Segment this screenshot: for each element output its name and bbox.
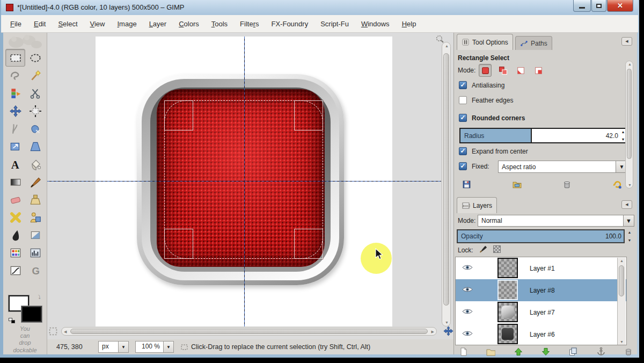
unit-dropdown[interactable]: px ▼ [98,341,129,353]
tool-transform[interactable] [5,137,25,155]
spin-down-icon[interactable]: ▼ [628,238,632,242]
menu-script-fu[interactable]: Script-Fu [320,20,349,28]
tool-eraser[interactable] [5,191,25,208]
opacity-spinner[interactable]: ▲▼ [626,229,633,243]
duplicate-layer-button[interactable] [568,347,578,358]
layer-row[interactable]: Layer #7 [456,301,626,323]
quick-mask-toggle-icon[interactable] [48,326,58,336]
tab-tool-options[interactable]: Tool Options [457,34,513,50]
horizontal-guide[interactable] [47,181,441,182]
tool-select-by-color[interactable] [5,84,25,102]
menu-view[interactable]: View [90,20,105,28]
zoom-follow-icon[interactable] [435,34,444,43]
tool-ellipse-select[interactable] [25,49,45,67]
radius-slider[interactable]: Radius 42.0 ▲▼ [459,128,628,143]
restore-preset-button[interactable] [512,179,522,191]
scroll-down-arrow[interactable]: ▼ [445,321,449,324]
mode-subtract-button[interactable] [514,64,527,77]
pan-navigation-icon[interactable] [443,326,453,338]
expand-from-center-checkbox[interactable]: ✓ [459,147,467,155]
tool-foreground-select[interactable] [25,120,45,137]
scroll-down-arrow[interactable]: ▼ [628,183,632,187]
minimize-button[interactable] [573,0,591,12]
anchor-layer-button[interactable] [596,347,606,358]
tool-ink[interactable] [5,226,25,244]
tool-blur-sharpen[interactable] [25,226,45,244]
tab-paths[interactable]: Paths [515,36,552,50]
feather-edges-checkbox[interactable] [459,96,467,104]
vertical-scroll-thumb[interactable] [443,53,449,306]
tool-clone[interactable] [25,191,45,208]
spin-down-icon[interactable]: ▼ [621,137,625,141]
maximize-button[interactable] [591,0,606,12]
canvas-viewport[interactable]: ▲ ▼ ◀ ▶ [47,33,453,339]
tab-layers[interactable]: Layers [457,197,497,213]
tool-fuzzy-select[interactable] [25,67,45,84]
new-group-button[interactable] [486,347,495,358]
layer-row[interactable]: Layer #8 [456,279,626,301]
title-bar[interactable]: *[Untitled]-4.0 (RGB color, 10 layers) 5… [1,0,638,15]
vertical-guide[interactable] [244,37,245,326]
reset-options-button[interactable] [612,179,623,191]
antialiasing-checkbox[interactable]: ✓ [459,81,467,89]
tool-gmic[interactable]: G [25,262,45,279]
tool-gradient[interactable] [5,173,25,191]
rounded-corners-checkbox[interactable]: ✓ [459,114,467,122]
tool-text[interactable]: A [5,155,25,173]
layer-mode-dropdown[interactable]: Normal [478,215,625,227]
swap-colors-icon[interactable]: ⤵ [38,294,41,300]
tool-paintbrush[interactable] [25,173,45,191]
menu-windows[interactable]: Windows [361,20,390,28]
opacity-slider[interactable]: Opacity 100.0 [457,229,625,243]
zoom-dropdown[interactable]: 100 % ▼ [135,341,174,353]
lower-layer-button[interactable] [541,347,551,358]
menu-layer[interactable]: Layer [149,20,167,28]
layer-thumbnail[interactable] [497,258,518,278]
raise-layer-button[interactable] [514,347,523,358]
layer-list-scroll-thumb[interactable] [619,265,624,296]
tool-bucket-fill[interactable] [25,155,45,173]
tool-rectangle-select[interactable] [5,49,25,67]
tool-alignment[interactable] [25,102,45,120]
selection-handle-bottom-left[interactable] [164,229,193,259]
new-layer-button[interactable] [458,347,468,358]
tool-heal[interactable] [25,208,45,226]
unit-dropdown-arrow[interactable]: ▼ [118,341,129,353]
spin-up-icon[interactable]: ▲ [628,230,632,234]
menu-file[interactable]: File [10,20,21,28]
layer-thumbnail[interactable] [497,324,518,344]
scroll-right-arrow[interactable]: ▶ [431,330,434,334]
lock-pixels-icon[interactable] [479,244,488,253]
visibility-eye-icon[interactable] [462,308,474,316]
default-colors-icon[interactable] [9,318,15,323]
spin-up-icon[interactable]: ▲ [621,130,625,134]
dock-menu-arrow[interactable]: ◀ [621,37,632,46]
layer-thumbnail[interactable] [497,302,518,322]
mode-add-button[interactable] [496,64,509,77]
tool-options-scroll-thumb[interactable] [627,69,632,159]
scroll-left-arrow[interactable]: ◀ [64,330,67,334]
menu-fx-foundry[interactable]: FX-Foundry [272,20,309,28]
tool-scissors-select[interactable] [25,84,45,102]
close-button[interactable]: ✕ [607,0,633,12]
menu-image[interactable]: Image [117,20,136,28]
scroll-up-arrow[interactable]: ▲ [620,259,624,263]
tool-move[interactable] [5,102,25,120]
selection-handle-top-left[interactable] [164,100,193,130]
horizontal-scrollbar[interactable]: ◀ ▶ [61,327,437,336]
visibility-eye-icon[interactable] [462,286,474,294]
layer-mode-dropdown-arrow[interactable]: ▼ [623,215,634,227]
menu-tools[interactable]: Tools [211,20,228,28]
lock-alpha-icon[interactable] [493,245,501,253]
menu-filters[interactable]: Filters [240,20,259,28]
selection-handle-bottom-right[interactable] [294,229,323,259]
tool-dodge-burn[interactable] [5,208,25,226]
tool-free-select[interactable] [5,67,25,84]
horizontal-scroll-thumb[interactable] [70,329,428,334]
layer-list-scrollbar[interactable]: ▲ ▼ [617,258,626,345]
delete-preset-button[interactable] [562,179,572,191]
vertical-scrollbar[interactable]: ▲ ▼ [442,42,451,326]
scroll-up-arrow[interactable]: ▲ [628,62,632,66]
mode-replace-button[interactable] [479,64,492,77]
tool-perspective[interactable] [25,137,45,155]
